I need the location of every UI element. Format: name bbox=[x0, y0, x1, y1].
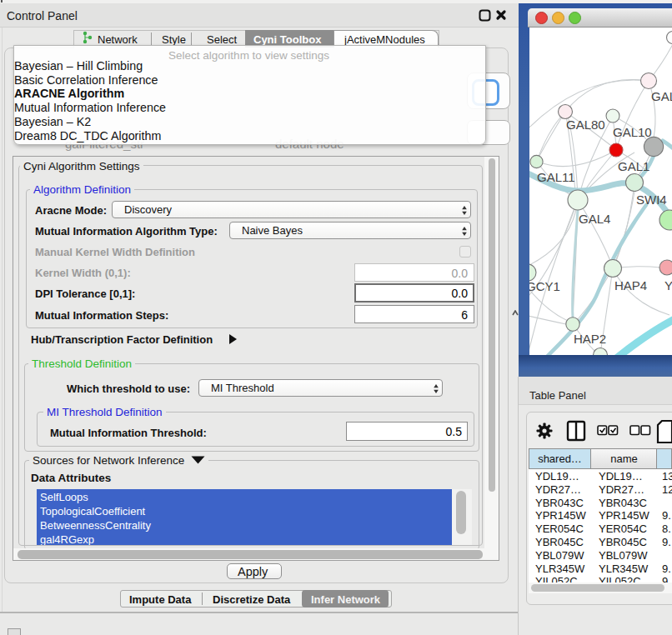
svg-text:GAL10: GAL10 bbox=[613, 125, 652, 139]
svg-text:GAL80: GAL80 bbox=[566, 118, 605, 132]
svg-text:SWI4: SWI4 bbox=[636, 192, 667, 207]
svg-text:GAL7: GAL7 bbox=[651, 89, 672, 103]
svg-text:GAL4: GAL4 bbox=[579, 212, 610, 226]
svg-text:HAP4: HAP4 bbox=[614, 278, 647, 292]
svg-text:GCY1: GCY1 bbox=[529, 279, 560, 293]
svg-text:GAL11: GAL11 bbox=[537, 170, 575, 184]
svg-text:GAL1: GAL1 bbox=[618, 159, 649, 173]
svg-text:HAP2: HAP2 bbox=[574, 332, 606, 346]
svg-text:Y: Y bbox=[664, 278, 672, 292]
